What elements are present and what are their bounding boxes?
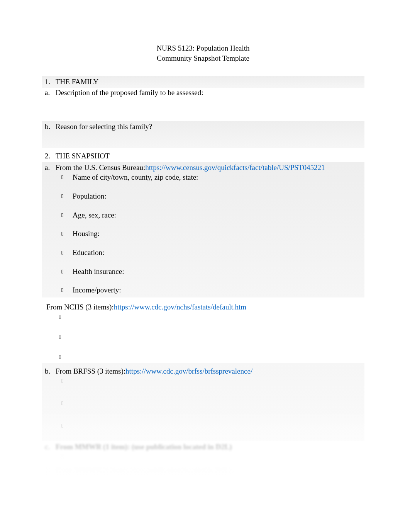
bullet-education: Education:: [73, 248, 362, 258]
bullet-icon: ▯: [61, 286, 73, 294]
section-2d-text: From MMWR (1 item): (use publication loc…: [56, 467, 362, 475]
section-1a-input-area[interactable]: [56, 97, 362, 119]
nchs-link[interactable]: https://www.cdc.gov/nchs/fastats/default…: [114, 303, 246, 311]
section-2c-row: c. From MMWR (1 item): (use publication …: [42, 441, 364, 463]
section-2a-number: a.: [44, 163, 56, 172]
bullet-population: Population:: [73, 192, 362, 201]
bullet-health-insurance: Health insurance:: [73, 267, 362, 277]
section-2d-number: d.: [44, 467, 56, 475]
document-header: NURS 5123: Population Health Community S…: [42, 43, 364, 63]
bullet-icon: ▯: [61, 476, 73, 484]
bullet-housing: Housing:: [73, 229, 362, 239]
header-line-2: Community Snapshot Template: [42, 53, 364, 63]
section-1b-row: b. Reason for selecting this family?: [42, 121, 364, 148]
section-1-number: 1.: [44, 78, 56, 86]
section-1-title: THE FAMILY: [56, 78, 362, 86]
section-2a-row: a. From the U.S. Census Bureau:https://w…: [42, 162, 364, 297]
bullet-icon: ▯: [61, 173, 73, 181]
census-link[interactable]: https://www.census.gov/quickfacts/fact/t…: [145, 163, 325, 172]
bullet-icon: ▯: [61, 267, 73, 275]
section-1b-input-area[interactable]: [56, 131, 362, 146]
section-nchs-row: From NCHS (3 items):https://www.cdc.gov/…: [42, 297, 364, 363]
header-line-1: NURS 5123: Population Health: [42, 43, 364, 53]
section-2c-text: From MMWR (1 item): (use publication loc…: [56, 443, 362, 451]
section-1a-label: Description of the proposed family to be…: [56, 88, 362, 97]
bullet-icon: ▯: [61, 211, 73, 219]
bullet-icon: ▯: [61, 399, 73, 407]
bullet-icon: ▯: [59, 332, 70, 341]
section-1b-number: b.: [44, 122, 56, 131]
section-2b-number: b.: [44, 367, 56, 376]
bullet-icon: ▯: [61, 421, 73, 430]
bullet-icon: ▯: [59, 352, 70, 361]
section-2-header: 2. THE SNAPSHOT: [42, 148, 364, 162]
bullet-icon: ▯: [61, 248, 73, 257]
section-1a-number: a.: [44, 88, 56, 97]
section-2a-prefix: From the U.S. Census Bureau:: [56, 163, 145, 172]
section-1a-row: a. Description of the proposed family to…: [42, 88, 364, 121]
section-1b-label: Reason for selecting this family?: [56, 122, 362, 131]
bullet-icon: ▯: [61, 229, 73, 238]
nchs-prefix: From NCHS (3 items):: [46, 303, 114, 311]
section-2b-row: b. From BRFSS (3 items):https://www.cdc.…: [42, 363, 364, 441]
bullet-age-sex-race: Age, sex, race:: [73, 211, 362, 220]
bullet-icon: ▯: [61, 192, 73, 200]
bullet-income: Income/poverty:: [73, 286, 362, 295]
bullet-icon: ▯: [61, 452, 73, 461]
section-2c-number: c.: [44, 443, 56, 451]
brfss-prefix: From BRFSS (3 items):: [56, 367, 125, 375]
section-2d-row: d. From MMWR (1 item): (use publication …: [42, 465, 364, 487]
section-2-title: THE SNAPSHOT: [56, 152, 362, 160]
section-2-number: 2.: [44, 152, 56, 160]
brfss-link[interactable]: https://www.cdc.gov/brfss/brfssprevalenc…: [125, 367, 252, 375]
bullet-icon: ▯: [59, 312, 70, 321]
section-1-header: 1. THE FAMILY: [42, 76, 364, 88]
bullet-name-city: Name of city/town, county, zip code, sta…: [73, 173, 362, 182]
bullet-icon: ▯: [61, 376, 73, 385]
